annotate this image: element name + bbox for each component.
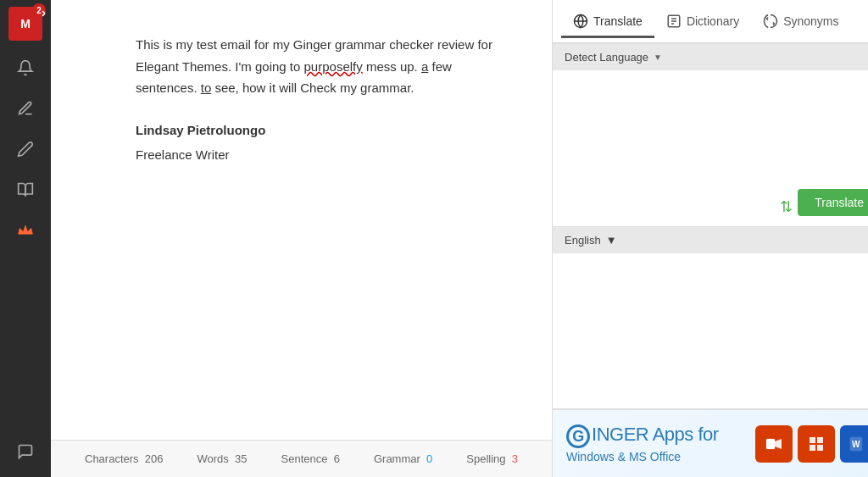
ad-banner[interactable]: GINGER Apps for Windows & MS Office <box>553 409 868 477</box>
synonyms-icon <box>763 14 778 29</box>
grammar-count: 0 <box>426 452 432 465</box>
translate-section: Detect Language ▼ ⇅ Translate English ▼ … <box>553 44 868 477</box>
tab-translate-label: Translate <box>593 14 643 28</box>
tab-dictionary[interactable]: Dictionary <box>654 7 751 38</box>
sidebar-item-edit[interactable] <box>10 93 41 124</box>
ad-subtitle: Windows & MS Office <box>566 450 745 463</box>
ginger-brand-name: INGER <box>592 424 648 445</box>
swap-arrows-icon: ⇅ <box>780 197 793 216</box>
sidebar-item-pen[interactable] <box>10 134 41 164</box>
sidebar-item-crown[interactable] <box>10 215 41 246</box>
output-language-label: English <box>565 234 601 247</box>
words-count: 35 <box>235 452 247 465</box>
output-chevron-icon: ▼ <box>606 234 617 247</box>
status-sentence: Sentence 6 <box>264 452 357 465</box>
dictionary-icon <box>666 14 682 29</box>
tab-synonyms[interactable]: Synonyms <box>751 7 850 38</box>
author-title: Freelance Writer <box>136 144 501 166</box>
main-content: This is my test email for my Ginger gram… <box>51 0 552 477</box>
editor-text: This is my test email for my Ginger gram… <box>136 34 501 166</box>
detect-language-bar[interactable]: Detect Language ▼ <box>553 44 868 70</box>
translate-button-label: Translate <box>815 196 864 209</box>
sidebar-item-book[interactable] <box>10 175 41 205</box>
office-icon <box>798 425 835 463</box>
tab-synonyms-label: Synonyms <box>783 14 838 28</box>
ginger-logo: GINGER Apps for <box>566 424 745 447</box>
editor-area[interactable]: This is my test email for my Ginger gram… <box>51 0 552 440</box>
status-spelling: Spelling 3 <box>449 452 535 465</box>
status-characters: Characters 206 <box>68 452 181 465</box>
misspelled-word-purposelfy: purposelfy <box>304 59 363 74</box>
paragraph-text-mid: mess up. <box>363 59 421 74</box>
tab-dictionary-label: Dictionary <box>687 14 739 28</box>
words-label: Words <box>198 452 229 465</box>
sentence-label: Sentence <box>281 452 328 465</box>
status-bar: Characters 206 Words 35 Sentence 6 Gramm… <box>51 440 552 477</box>
grammar-label: Grammar <box>374 452 420 465</box>
characters-count: 206 <box>145 452 164 465</box>
right-panel: Translate Dictionary Synonyms Detect <box>552 0 868 477</box>
svg-rect-6 <box>766 439 775 449</box>
svg-text:W: W <box>852 440 860 449</box>
logo-letter: M <box>20 17 31 31</box>
output-language-bar[interactable]: English ▼ <box>553 227 868 253</box>
spelling-label: Spelling <box>466 452 505 465</box>
ad-text-block: GINGER Apps for Windows & MS Office <box>566 424 745 463</box>
characters-label: Characters <box>85 452 139 465</box>
globe-icon <box>573 14 588 29</box>
tab-translate[interactable]: Translate <box>561 7 654 38</box>
translate-output-area[interactable] <box>553 253 868 410</box>
paragraph-text-last: see, how it will Check my grammar. <box>211 80 414 95</box>
sidebar-item-notifications[interactable] <box>10 53 41 83</box>
translate-button[interactable]: Translate <box>798 189 868 216</box>
ad-apps-text: Apps for <box>653 424 719 445</box>
detect-language-label: Detect Language <box>565 51 648 64</box>
sidebar: M 2 <box>0 0 51 477</box>
grammar-word-to: to <box>201 80 212 95</box>
sentence-count: 6 <box>334 452 340 465</box>
detect-chevron-icon: ▼ <box>654 53 662 62</box>
ad-icons-group: W <box>755 425 868 463</box>
arrow-icon <box>37 8 47 19</box>
app-logo[interactable]: M 2 <box>8 7 42 41</box>
author-name: Lindsay Pietroluongo <box>136 119 501 141</box>
sidebar-item-chat[interactable] <box>10 436 41 467</box>
status-grammar: Grammar 0 <box>357 452 449 465</box>
status-words: Words 35 <box>181 452 264 465</box>
ginger-g-letter: G <box>566 424 590 448</box>
tab-bar: Translate Dictionary Synonyms <box>553 0 868 44</box>
spelling-count: 3 <box>512 452 518 465</box>
word-icon: W <box>840 425 868 463</box>
outlook-icon <box>755 425 793 463</box>
translate-input-area[interactable]: ⇅ Translate <box>553 70 868 227</box>
